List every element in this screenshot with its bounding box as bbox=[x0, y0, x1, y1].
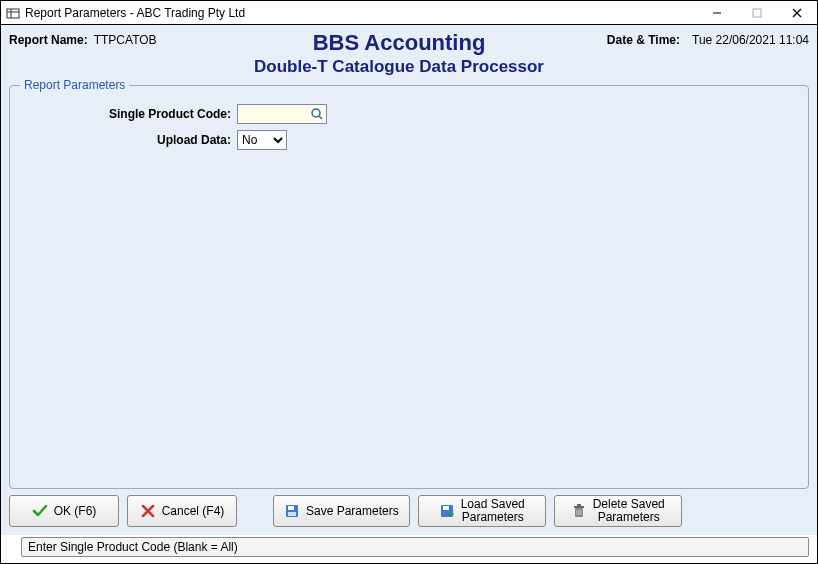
svg-rect-15 bbox=[443, 506, 449, 510]
svg-rect-12 bbox=[288, 506, 294, 510]
delete-parameters-button[interactable]: Delete Saved Parameters bbox=[554, 495, 682, 527]
svg-rect-4 bbox=[753, 9, 761, 17]
page-subtitle: Double-T Catalogue Data Processor bbox=[229, 57, 569, 77]
svg-line-8 bbox=[319, 116, 322, 119]
trash-icon bbox=[571, 503, 587, 519]
titlebar: Report Parameters - ABC Trading Pty Ltd bbox=[1, 1, 817, 25]
svg-rect-19 bbox=[577, 504, 581, 506]
window: Report Parameters - ABC Trading Pty Ltd … bbox=[0, 0, 818, 564]
button-spacer bbox=[245, 495, 265, 527]
ok-button[interactable]: OK (F6) bbox=[9, 495, 119, 527]
window-title: Report Parameters - ABC Trading Pty Ltd bbox=[25, 6, 697, 20]
svg-rect-13 bbox=[288, 512, 296, 516]
status-bar: Enter Single Product Code (Blank = All) bbox=[21, 537, 809, 557]
close-button[interactable] bbox=[777, 1, 817, 24]
x-icon bbox=[140, 503, 156, 519]
minimize-button[interactable] bbox=[697, 1, 737, 24]
load-parameters-button[interactable]: Load Saved Parameters bbox=[418, 495, 546, 527]
datetime-value: Tue 22/06/2021 11:04 bbox=[692, 33, 809, 47]
row-upload-data: Upload Data: No bbox=[22, 130, 796, 150]
header-center: BBS Accounting Double-T Catalogue Data P… bbox=[229, 31, 569, 77]
header-right: Date & Time: Tue 22/06/2021 11:04 bbox=[569, 31, 809, 47]
row-single-product-code: Single Product Code: bbox=[22, 104, 796, 124]
upload-data-label: Upload Data: bbox=[22, 133, 237, 147]
app-icon bbox=[5, 5, 21, 21]
delete-parameters-label: Delete Saved Parameters bbox=[593, 498, 665, 524]
datetime-label: Date & Time: bbox=[607, 33, 680, 47]
client-area: Report Name: TTPCATOB BBS Accounting Dou… bbox=[1, 25, 817, 535]
brand-title: BBS Accounting bbox=[229, 31, 569, 55]
save-parameters-label: Save Parameters bbox=[306, 504, 399, 518]
check-icon bbox=[32, 503, 48, 519]
cancel-button-label: Cancel (F4) bbox=[162, 504, 225, 518]
header-left: Report Name: TTPCATOB bbox=[9, 31, 229, 47]
save-parameters-button[interactable]: Save Parameters bbox=[273, 495, 410, 527]
single-product-code-label: Single Product Code: bbox=[22, 107, 237, 121]
single-product-code-input-wrap bbox=[237, 104, 327, 124]
cancel-button[interactable]: Cancel (F4) bbox=[127, 495, 237, 527]
svg-point-7 bbox=[312, 109, 320, 117]
save-icon bbox=[284, 503, 300, 519]
load-icon bbox=[439, 503, 455, 519]
ok-button-label: OK (F6) bbox=[54, 504, 97, 518]
fieldset-legend: Report Parameters bbox=[20, 78, 129, 92]
report-name-label: Report Name: bbox=[9, 33, 88, 47]
button-row: OK (F6) Cancel (F4) bbox=[9, 489, 809, 533]
maximize-button[interactable] bbox=[737, 1, 777, 24]
lookup-icon[interactable] bbox=[309, 106, 325, 122]
svg-rect-0 bbox=[7, 9, 19, 18]
report-parameters-fieldset: Report Parameters Single Product Code: U… bbox=[9, 85, 809, 489]
header-row: Report Name: TTPCATOB BBS Accounting Dou… bbox=[9, 31, 809, 77]
report-name-value: TTPCATOB bbox=[94, 33, 157, 47]
status-text: Enter Single Product Code (Blank = All) bbox=[28, 540, 238, 554]
upload-data-select[interactable]: No bbox=[237, 130, 287, 150]
svg-rect-18 bbox=[574, 506, 584, 508]
window-controls bbox=[697, 1, 817, 24]
load-parameters-label: Load Saved Parameters bbox=[461, 498, 525, 524]
